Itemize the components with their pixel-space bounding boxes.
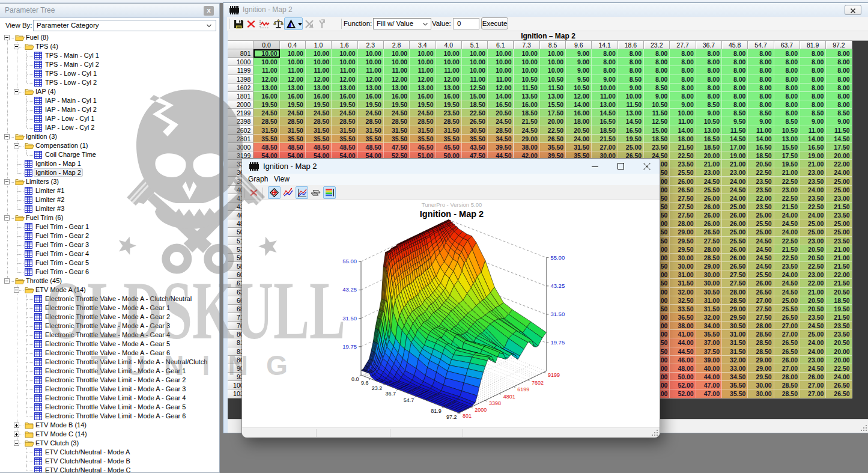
map-cell[interactable]: 31.50 (696, 305, 722, 313)
map-cell[interactable]: 26.50 (670, 186, 696, 194)
map-cell[interactable]: 29.00 (514, 135, 540, 143)
map-cell[interactable]: 10.00 (384, 49, 410, 58)
map-cell[interactable]: 19.50 (253, 100, 279, 109)
map-cell[interactable]: 28.00 (774, 373, 800, 381)
minimize-button[interactable] (582, 159, 608, 174)
map-cell[interactable]: 8.00 (800, 100, 826, 109)
map-cell[interactable]: 12.00 (410, 75, 436, 84)
map-cell[interactable]: 21.00 (774, 168, 800, 177)
map-cell[interactable]: 13.00 (358, 84, 384, 92)
map-cell[interactable]: 22.50 (774, 254, 800, 262)
map-cell[interactable]: 12.50 (644, 117, 670, 126)
map-cell[interactable]: 28.00 (670, 219, 696, 228)
map-cell[interactable]: 16.50 (748, 143, 774, 151)
difference-view-button[interactable] (284, 17, 303, 30)
col-header[interactable]: 63.7 (774, 41, 800, 49)
map-cell[interactable]: 27.00 (774, 364, 800, 373)
map-cell[interactable]: 14.50 (826, 135, 852, 143)
map-cell[interactable]: 27.00 (800, 381, 826, 389)
map-cell[interactable]: 10.00 (540, 66, 566, 75)
map-cell[interactable]: 8.00 (826, 66, 852, 75)
map-cell[interactable]: 11.00 (462, 75, 488, 84)
map-cell[interactable]: 23.50 (800, 313, 826, 322)
map-cell[interactable]: 14.00 (748, 135, 774, 143)
col-header[interactable]: 1.6 (332, 41, 357, 49)
tree-item[interactable]: Electronic Throttle Valve - Mode A - Clu… (0, 294, 219, 304)
map-cell[interactable]: 8.00 (670, 92, 696, 100)
map-cell[interactable]: 26.50 (540, 135, 566, 143)
map-cell[interactable]: 23.50 (774, 262, 800, 270)
tree-expander-plus[interactable] (14, 423, 19, 428)
col-header[interactable]: 8.5 (540, 41, 566, 49)
map-cell[interactable]: 21.50 (592, 135, 618, 143)
map-cell[interactable]: 14.50 (722, 135, 748, 143)
tree-item[interactable]: Electronic Throttle Valve Limit - Mode A… (0, 403, 219, 412)
tree-item[interactable]: TPS - Low - Cyl 1 (0, 69, 219, 78)
map-cell[interactable]: 8.00 (748, 84, 774, 92)
map-cell[interactable]: 8.00 (670, 66, 696, 75)
tree-expander-minus[interactable] (14, 441, 19, 446)
map-cell[interactable]: 8.00 (748, 49, 774, 58)
map-cell[interactable]: 35.50 (696, 330, 722, 338)
map-cell[interactable]: 28.50 (488, 126, 514, 135)
map-cell[interactable]: 23.00 (774, 186, 800, 194)
map-cell[interactable]: 12.00 (253, 75, 279, 84)
tree-item[interactable]: Limiters (3) (0, 177, 219, 186)
map-cell[interactable]: 48.50 (332, 143, 357, 151)
map-cell[interactable]: 13.00 (253, 84, 279, 92)
map-cell[interactable]: 47.00 (696, 381, 722, 389)
tree-expander-minus[interactable] (14, 44, 19, 49)
map-cell[interactable]: 10.00 (540, 58, 566, 66)
map-cell[interactable]: 21.00 (800, 160, 826, 168)
map-cell[interactable]: 10.50 (566, 84, 592, 92)
map-cell[interactable]: 26.50 (462, 117, 488, 126)
map-cell[interactable]: 8.00 (800, 92, 826, 100)
map-cell[interactable]: 26.00 (800, 373, 826, 381)
map-cell[interactable]: 9.00 (566, 66, 592, 75)
map-cell[interactable]: 19.50 (384, 100, 410, 109)
map-cell[interactable]: 8.00 (618, 66, 644, 75)
map-cell[interactable]: 39.00 (696, 356, 722, 364)
map-cell[interactable]: 23.50 (800, 177, 826, 186)
map-cell[interactable]: 14.50 (592, 109, 618, 117)
map-cell[interactable]: 9.00 (644, 92, 670, 100)
tree-item[interactable]: IAP - Low - Cyl 1 (0, 114, 219, 123)
map-cell[interactable]: 10.00 (410, 49, 436, 58)
map-cell[interactable]: 8.00 (774, 109, 800, 117)
map-cell[interactable]: 24.50 (748, 237, 774, 245)
map-cell[interactable]: 25.00 (748, 228, 774, 236)
map-cell[interactable]: 31.50 (358, 126, 384, 135)
map-cell[interactable]: 23.00 (800, 270, 826, 279)
map-cell[interactable]: 23.50 (826, 211, 852, 219)
map-cell[interactable]: 18.00 (670, 135, 696, 143)
map-cell[interactable]: 28.50 (253, 117, 279, 126)
map-cell[interactable]: 21.50 (826, 262, 852, 270)
col-header[interactable]: 54.7 (748, 41, 774, 49)
map-cell[interactable]: 25.50 (774, 305, 800, 313)
map-cell[interactable]: 40.00 (696, 364, 722, 373)
map-cell[interactable]: 16.00 (253, 92, 279, 100)
map-cell[interactable]: 17.50 (826, 143, 852, 151)
map-cell[interactable]: 26.50 (748, 288, 774, 296)
map-cell[interactable]: 14.50 (618, 117, 644, 126)
map-cell[interactable]: 26.00 (722, 254, 748, 262)
map-cell[interactable]: 13.00 (410, 84, 436, 92)
color-bands-button[interactable] (323, 186, 336, 199)
map-cell[interactable]: 10.00 (514, 49, 540, 58)
execute-button[interactable]: Execute (481, 17, 508, 29)
map-cell[interactable]: 23.00 (800, 356, 826, 364)
map-cell[interactable]: 23.50 (670, 160, 696, 168)
tree-item[interactable]: Fuel Trim - Gear 1 (0, 222, 219, 231)
map-cell[interactable]: 27.00 (774, 330, 800, 338)
map-cell[interactable]: 8.00 (748, 100, 774, 109)
map-cell[interactable]: 30.50 (462, 126, 488, 135)
map-cell[interactable]: 23.50 (748, 186, 774, 194)
map-cell[interactable]: 16.00 (358, 92, 384, 100)
map-cell[interactable]: 20.50 (748, 160, 774, 168)
map-cell[interactable]: 24.50 (722, 186, 748, 194)
map-cell[interactable]: 11.00 (410, 66, 436, 75)
map-editor-titlebar[interactable]: Ignition - Map 2 (223, 3, 868, 17)
map-cell[interactable]: 27.50 (748, 313, 774, 322)
tree-expander-minus[interactable] (14, 143, 19, 148)
map-cell[interactable]: 8.00 (644, 58, 670, 66)
